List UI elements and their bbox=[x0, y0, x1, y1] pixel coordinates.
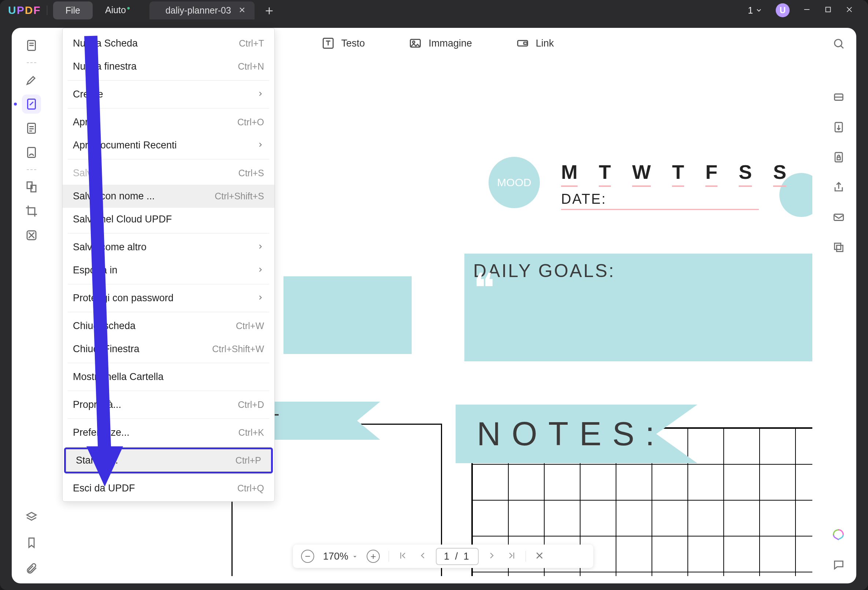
menu-new-tab[interactable]: Nuova SchedaCtrl+T bbox=[63, 32, 274, 55]
zoom-in-button[interactable]: + bbox=[367, 550, 380, 563]
zoom-value[interactable]: 170% bbox=[323, 551, 358, 562]
menu-print[interactable]: Stampa...Ctrl+P bbox=[66, 449, 272, 472]
left-toolbar bbox=[12, 28, 51, 583]
ocr-icon[interactable] bbox=[833, 91, 845, 105]
first-page-button[interactable] bbox=[398, 550, 408, 562]
menu-open-recent[interactable]: Apri Documenti Recenti bbox=[63, 134, 274, 157]
quote-icon: ❝ bbox=[473, 284, 495, 293]
menu-help[interactable]: Aiuto● bbox=[93, 1, 143, 19]
convert-icon[interactable] bbox=[833, 121, 845, 135]
tool-organize[interactable] bbox=[22, 177, 41, 197]
menu-save-as[interactable]: Salva con nome ...Ctrl+Shift+S bbox=[63, 185, 274, 208]
search-icon[interactable] bbox=[833, 37, 845, 51]
menu-save-cloud[interactable]: Salva nel Cloud UPDF bbox=[63, 208, 274, 231]
menu-save: SalvaCtrl+S bbox=[63, 162, 274, 185]
svg-rect-24 bbox=[524, 42, 527, 44]
mail-icon[interactable] bbox=[833, 211, 845, 225]
svg-rect-5 bbox=[826, 7, 831, 12]
left-toolbar-bottom bbox=[12, 511, 51, 576]
close-tab-icon[interactable] bbox=[238, 5, 246, 16]
share-icon[interactable] bbox=[833, 181, 845, 195]
user-avatar[interactable]: U bbox=[776, 3, 790, 17]
svg-rect-32 bbox=[835, 243, 841, 250]
tool-fill-sign[interactable] bbox=[22, 143, 41, 162]
prev-page-button[interactable] bbox=[417, 550, 427, 562]
title-bar: UPDF File Aiuto● daliy-planner-03 ＋ 1 bbox=[0, 0, 868, 21]
right-toolbar-bottom bbox=[821, 528, 856, 572]
menu-create[interactable]: Creare bbox=[63, 83, 274, 106]
protect-icon[interactable] bbox=[833, 151, 845, 165]
app-logo: UPDF bbox=[8, 4, 41, 16]
tool-redact[interactable] bbox=[22, 226, 41, 245]
maximize-button[interactable] bbox=[824, 6, 832, 15]
menu-preferences[interactable]: Preferenze...Ctrl+K bbox=[63, 421, 274, 444]
menu-protect[interactable]: Proteggi con password bbox=[63, 287, 274, 310]
bookmark-icon[interactable] bbox=[25, 537, 38, 550]
svg-rect-16 bbox=[28, 148, 35, 158]
tab-strip: daliy-planner-03 ＋ bbox=[149, 1, 276, 19]
tool-crop[interactable] bbox=[22, 201, 41, 220]
date-label: DATE: bbox=[561, 191, 607, 207]
document-tab[interactable]: daliy-planner-03 bbox=[149, 1, 255, 19]
svg-point-22 bbox=[413, 41, 415, 43]
right-toolbar bbox=[821, 28, 856, 583]
tool-image[interactable]: Immagine bbox=[409, 37, 472, 50]
chevron-right-icon bbox=[257, 140, 264, 151]
ai-assistant-icon[interactable] bbox=[832, 528, 845, 542]
file-menu: Nuova SchedaCtrl+T Nuova finestraCtrl+N … bbox=[62, 28, 275, 502]
menu-new-window[interactable]: Nuova finestraCtrl+N bbox=[63, 55, 274, 78]
chevron-right-icon bbox=[257, 241, 264, 253]
page-indicator[interactable]: 1 / 1 bbox=[436, 548, 479, 565]
menu-file[interactable]: File bbox=[53, 1, 93, 19]
menu-close-tab[interactable]: Chiudi schedaCtrl+W bbox=[63, 314, 274, 337]
next-page-button[interactable] bbox=[487, 550, 498, 562]
layers-icon[interactable] bbox=[25, 511, 38, 525]
daily-goals-box: DAILY GOALS: ❝ bbox=[464, 254, 812, 361]
tool-edit[interactable] bbox=[22, 95, 41, 114]
tool-text[interactable]: Testo bbox=[322, 37, 365, 50]
menu-properties[interactable]: Proprietà...Ctrl+D bbox=[63, 393, 274, 416]
menu-exit[interactable]: Esci da UPDFCtrl+Q bbox=[63, 477, 274, 500]
chevron-right-icon bbox=[257, 265, 264, 276]
minimize-button[interactable] bbox=[803, 6, 811, 15]
chevron-right-icon bbox=[257, 89, 264, 100]
svg-line-26 bbox=[841, 46, 843, 48]
svg-point-25 bbox=[835, 40, 842, 47]
svg-rect-23 bbox=[518, 41, 527, 46]
weekday-row: M T W T F S S bbox=[561, 161, 786, 187]
batch-icon[interactable] bbox=[833, 241, 845, 255]
svg-rect-33 bbox=[837, 245, 843, 251]
open-docs-count[interactable]: 1 bbox=[748, 5, 763, 16]
document-tab-title: daliy-planner-03 bbox=[165, 5, 231, 16]
menu-close-window[interactable]: Chiudi FinestraCtrl+Shift+W bbox=[63, 337, 274, 361]
menu-export[interactable]: Esporta in bbox=[63, 259, 274, 282]
left-teal-box bbox=[283, 276, 412, 354]
comment-icon[interactable] bbox=[833, 559, 845, 572]
menu-open[interactable]: Apri...Ctrl+O bbox=[63, 111, 274, 134]
mood-circle: MOOD bbox=[489, 157, 540, 208]
tool-page-text[interactable] bbox=[22, 119, 41, 138]
svg-rect-31 bbox=[834, 214, 843, 220]
zoom-bar: − 170% + 1 / 1 bbox=[293, 544, 593, 568]
svg-rect-30 bbox=[837, 157, 840, 160]
zoombar-close-button[interactable] bbox=[535, 551, 544, 562]
tool-link[interactable]: Link bbox=[516, 37, 554, 50]
tool-highlighter[interactable] bbox=[22, 70, 41, 89]
menu-save-other[interactable]: Salva come altro bbox=[63, 236, 274, 259]
chevron-right-icon bbox=[257, 293, 264, 304]
attachment-icon[interactable] bbox=[25, 562, 38, 576]
close-window-button[interactable] bbox=[845, 6, 853, 15]
window-controls: 1 U bbox=[748, 3, 868, 17]
tool-reader[interactable] bbox=[22, 36, 41, 55]
last-page-button[interactable] bbox=[506, 550, 517, 562]
menu-reveal[interactable]: Mostra nella Cartella bbox=[63, 365, 274, 389]
zoom-dropdown-icon bbox=[352, 551, 358, 562]
zoom-out-button[interactable]: − bbox=[301, 550, 314, 563]
app-window: UPDF File Aiuto● daliy-planner-03 ＋ 1 bbox=[0, 0, 868, 590]
